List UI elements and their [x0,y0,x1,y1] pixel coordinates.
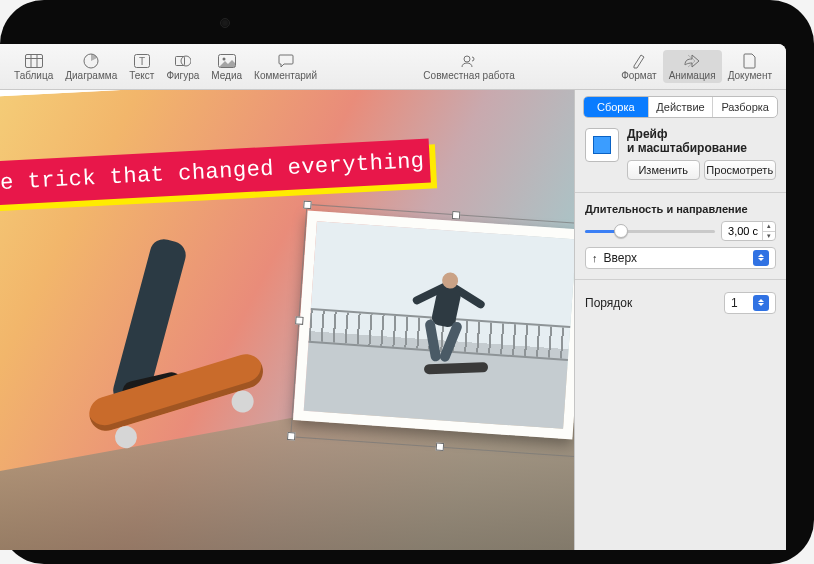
svg-point-11 [464,56,470,62]
order-value: 1 [731,296,738,310]
collaborate-icon [459,52,479,70]
toolbar-document-label: Документ [728,70,772,81]
duration-slider[interactable] [585,223,715,239]
duration-label: Длительность и направление [585,203,776,215]
duration-field[interactable]: ▴▾ [721,221,776,241]
duration-stepper[interactable]: ▴▾ [762,222,775,240]
format-icon [629,52,649,70]
animate-icon [682,52,702,70]
toolbar-chart[interactable]: Диаграмма [59,50,123,83]
order-label: Порядок [585,296,632,310]
inspector-panel: Сборка Действие Разборка Дрейф и масштаб… [574,90,786,550]
tab-build-out[interactable]: Разборка [712,97,777,117]
chevron-updown-icon [753,250,769,266]
order-row: Порядок 1 [575,284,786,322]
chart-icon [81,52,101,70]
toolbar-document[interactable]: Документ [722,50,778,83]
device-frame: Таблица Диаграмма T Текст Фигура [0,0,814,564]
toolbar: Таблица Диаграмма T Текст Фигура [0,44,786,90]
shape-icon [173,52,193,70]
order-popup[interactable]: 1 [724,292,776,314]
slide-canvas[interactable]: e trick that changed everything [0,90,574,550]
app-window: Таблица Диаграмма T Текст Фигура [0,44,786,550]
toolbar-animate[interactable]: Анимация [663,50,722,83]
toolbar-text[interactable]: T Текст [123,50,160,83]
toolbar-format[interactable]: Формат [615,50,663,83]
effect-thumbnail[interactable] [585,128,619,162]
duration-input[interactable] [722,225,762,237]
svg-point-10 [222,58,225,61]
camera-dot [220,18,230,28]
toolbar-media-label: Медиа [211,70,242,81]
toolbar-shape-label: Фигура [166,70,199,81]
toolbar-comment[interactable]: Комментарий [248,50,323,83]
selected-photo[interactable] [293,210,574,439]
animation-tabs: Сборка Действие Разборка [583,96,778,118]
toolbar-table-label: Таблица [14,70,53,81]
toolbar-collaborate-label: Совместная работа [423,70,515,81]
stepper-down[interactable]: ▾ [763,231,775,240]
chevron-updown-icon [753,295,769,311]
change-effect-button[interactable]: Изменить [627,160,700,180]
preview-effect-button[interactable]: Просмотреть [704,160,777,180]
table-icon [24,52,44,70]
toolbar-comment-label: Комментарий [254,70,317,81]
direction-popup[interactable]: ↑ Вверх [585,247,776,269]
stepper-up[interactable]: ▴ [763,222,775,231]
document-icon [740,52,760,70]
svg-text:T: T [139,56,145,67]
toolbar-media[interactable]: Медиа [205,50,248,83]
text-icon: T [132,52,152,70]
arrow-up-icon: ↑ [592,252,598,264]
effect-name: Дрейф и масштабирование [627,128,776,156]
toolbar-shape[interactable]: Фигура [160,50,205,83]
svg-rect-0 [25,55,42,68]
effect-block: Дрейф и масштабирование Изменить Просмот… [575,124,786,188]
toolbar-format-label: Формат [621,70,657,81]
duration-section: Длительность и направление ▴▾ ↑ Вверх [575,197,786,275]
svg-point-8 [181,56,191,66]
svg-rect-7 [175,57,184,66]
media-icon [217,52,237,70]
tab-action[interactable]: Действие [648,97,713,117]
toolbar-text-label: Текст [129,70,154,81]
tab-build-in[interactable]: Сборка [584,97,648,117]
comment-icon [276,52,296,70]
direction-value: Вверх [604,251,637,265]
toolbar-chart-label: Диаграмма [65,70,117,81]
toolbar-collaborate[interactable]: Совместная работа [417,50,521,83]
toolbar-table[interactable]: Таблица [8,50,59,83]
toolbar-animate-label: Анимация [669,70,716,81]
